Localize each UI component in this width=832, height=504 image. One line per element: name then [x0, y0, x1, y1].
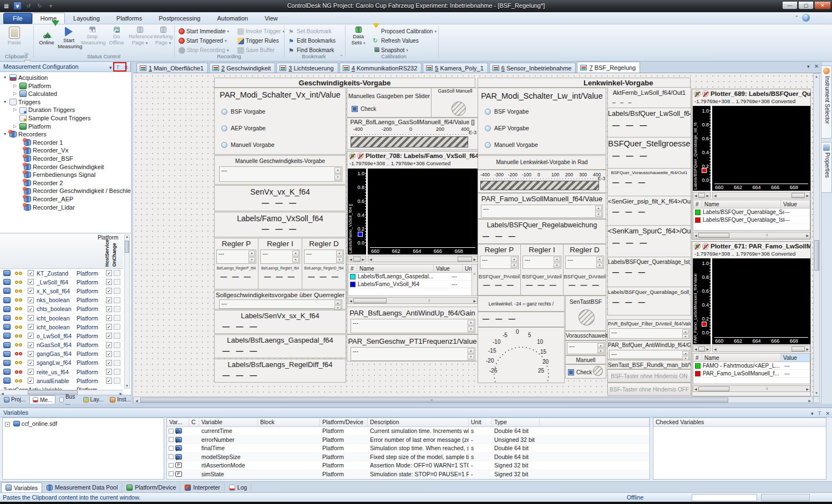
- tab-close-icon[interactable]: ✕: [814, 63, 819, 69]
- hostservice-checkbox[interactable]: ✓: [106, 342, 112, 348]
- row-checkbox[interactable]: [169, 463, 174, 468]
- ribbon-tab[interactable]: View: [256, 13, 286, 24]
- lenkwinkel-gauge[interactable]: 05-510-1015-1520-2025-25: [478, 327, 565, 383]
- tree-item[interactable]: Recorder Geschwindigkeit: [0, 163, 131, 171]
- plot-capture-off-icon[interactable]: [349, 152, 356, 159]
- tree-item[interactable]: Recorder 1: [0, 139, 131, 147]
- radio-icon[interactable]: [221, 109, 227, 115]
- variables-table-row[interactable]: P finalTime Platform Simulation stop tim…: [167, 444, 650, 453]
- tree-item[interactable]: ▷ Calculated: [0, 90, 131, 98]
- hostservice-checkbox[interactable]: ✓: [106, 378, 112, 384]
- variable-grid-row[interactable]: → ✓ nks_boolean Platform ✓: [0, 296, 123, 305]
- tree-expander-icon[interactable]: ▾: [2, 74, 8, 82]
- tree-item[interactable]: Fernbedienungs Signal: [0, 171, 131, 179]
- document-tab[interactable]: 2 Geschwindigkeit: [209, 63, 275, 73]
- variables-table[interactable]: Var... C Variable Block Platform/Device …: [166, 418, 650, 480]
- regler-input[interactable]: ---▲▼: [304, 250, 344, 264]
- radio-icon[interactable]: [221, 125, 227, 131]
- onchange-checkbox[interactable]: [114, 378, 120, 384]
- tree-item[interactable]: ▷ Platform: [0, 123, 131, 131]
- variable-grid-row[interactable]: → ✓ o_LwSoll_f64 Platform ✓: [0, 332, 123, 340]
- legend-vscrollbar[interactable]: ≡: [471, 264, 477, 296]
- legend-row[interactable]: Labels/BSFQuer_Querablage_Soll.. ---: [693, 208, 810, 216]
- hostservice-checkbox[interactable]: ✓: [106, 297, 112, 303]
- hostservice-checkbox[interactable]: ✓: [106, 270, 112, 276]
- active-checkbox[interactable]: ✓: [28, 333, 34, 339]
- onchange-checkbox[interactable]: [114, 288, 120, 294]
- variables-table-row[interactable]: P rtiAssertionMode Platform Assertion Mo…: [167, 461, 650, 470]
- tree-item[interactable]: Sample Count Triggers: [0, 114, 131, 123]
- manuell-check[interactable]: Check: [568, 369, 592, 375]
- maximize-button[interactable]: ▢: [798, 1, 814, 9]
- radio-icon[interactable]: [485, 109, 491, 115]
- bookmark-dialog-launcher-icon[interactable]: ⌄: [339, 52, 343, 57]
- hostservice-checkbox[interactable]: ✓: [106, 279, 112, 285]
- plot-trigger-off-icon[interactable]: [702, 90, 709, 97]
- bottom-tab[interactable]: Interpreter: [181, 482, 224, 492]
- measurement-configuration-header[interactable]: Measurement Configuration ▾ ⊤ ✕: [0, 62, 130, 72]
- antiwindup-input[interactable]: ---▲▼: [351, 319, 475, 333]
- radio-option[interactable]: Manuell Vorgabe: [221, 141, 275, 148]
- voraus-input[interactable]: ---▲▼: [567, 342, 605, 354]
- plotter-689[interactable]: Plotter_689: Labels/BSFQuer_Quera -1.797…: [692, 89, 811, 240]
- radio-option[interactable]: BSF Vorgabe: [485, 108, 529, 115]
- plot-area[interactable]: 660662664666668: [368, 169, 478, 254]
- legend-row[interactable]: Labels/BsfLaengs_Gaspedal... ---: [348, 273, 477, 281]
- regler-input[interactable]: ---▲▼: [216, 250, 256, 264]
- radio-icon[interactable]: [221, 142, 227, 148]
- onchange-checkbox[interactable]: [114, 279, 120, 285]
- variable-grid-row[interactable]: → ✓ icht_boolean Platform ✓: [0, 314, 123, 323]
- legend-row[interactable]: Labels/Famo_VxSoll_f64 ---: [348, 281, 477, 288]
- variable-grid-row[interactable]: → ✓ icht_boolean Platform ✓: [0, 323, 123, 332]
- help-icon[interactable]: ?: [802, 14, 810, 22]
- plot-y-axis[interactable]: Labels/BSFQuer_Querablage_Ist_f6 1.00.80…: [693, 106, 711, 191]
- go-offline-button[interactable]: C Go Offline: [105, 26, 128, 54]
- tree-item[interactable]: ▾ Recorders: [0, 130, 131, 139]
- legend-row[interactable]: Labels/BSFQuer_Querablage_Ist_f... ---: [693, 216, 810, 224]
- axis-scrollbar[interactable]: ◀▶: [693, 345, 711, 352]
- variables-table-header[interactable]: Var... C Variable Block Platform/Device …: [167, 418, 650, 427]
- trigger-rules-button[interactable]: Trigger Rules: [237, 37, 279, 45]
- variable-grid-row[interactable]: → ✓ nGasSoll_f64 Platform ✓: [0, 341, 123, 350]
- layout-canvas[interactable]: Geschwindigkeits-Vorgabe Lenkwinkel-Vorg…: [133, 73, 821, 403]
- sentastbsf-knob[interactable]: [579, 309, 595, 325]
- document-tab[interactable]: 1 Main_Oberfläche1: [136, 63, 208, 73]
- lw-slider-bar[interactable]: [480, 181, 599, 190]
- variable-grid-row[interactable]: → ✓ chts_boolean Platform ✓: [0, 305, 123, 314]
- document-tab[interactable]: 5 Kamera_Poly_1: [423, 63, 488, 73]
- ribbon-tab[interactable]: Platforms: [108, 13, 150, 24]
- checkbox-checked-icon[interactable]: [568, 369, 574, 375]
- data-sets-button[interactable]: Data Sets ▾: [347, 26, 369, 54]
- filter-danteil-input[interactable]: ---▲▼: [609, 328, 690, 339]
- sollgesch-input[interactable]: ---▲▼: [219, 299, 342, 309]
- man-gesch-input[interactable]: --- ▲▼: [219, 166, 342, 182]
- hostservice-checkbox[interactable]: ✓: [106, 315, 112, 321]
- tree-expander-icon[interactable]: ▾: [2, 130, 8, 139]
- close-button[interactable]: ✕: [814, 1, 831, 9]
- hostservice-checkbox[interactable]: ✓: [106, 324, 112, 330]
- onchange-checkbox[interactable]: [114, 270, 120, 276]
- bottom-tab[interactable]: Measurement Data Pool: [43, 482, 122, 492]
- radio-icon[interactable]: [485, 125, 491, 131]
- document-tab[interactable]: 3 Lichtsteuerung: [276, 63, 338, 73]
- edit-bookmarks-button[interactable]: ⚑Edit Bookmarks: [288, 37, 336, 45]
- left-panel-tab[interactable]: Proj...: [1, 395, 28, 404]
- ribbon-tab[interactable]: Layouting: [65, 13, 108, 24]
- onchange-checkbox[interactable]: [114, 369, 120, 375]
- proposed-calibration-button[interactable]: Proposed Calibration▾: [373, 27, 437, 35]
- value-column-selected[interactable]: Value: [781, 354, 810, 362]
- plotter-708[interactable]: Plotter_708: Labels/Famo_VxSoll_f64 -1.7…: [347, 151, 478, 307]
- spinner[interactable]: ▲▼: [334, 167, 341, 181]
- radio-option[interactable]: BSF Vorgabe: [221, 108, 265, 115]
- document-tab[interactable]: 7 BSF_Regelung: [577, 62, 640, 73]
- plot-trigger-off-icon[interactable]: [357, 152, 364, 159]
- grid-vertical-scrollbar[interactable]: ▲ ▼: [124, 235, 130, 389]
- famo-lwsoll-input[interactable]: ---▲▼: [481, 205, 603, 218]
- working-page-button[interactable]: Working Page ▾: [152, 26, 174, 54]
- onchange-checkbox[interactable]: [114, 324, 120, 330]
- row-checkbox[interactable]: [169, 429, 174, 434]
- row-checkbox[interactable]: [169, 446, 174, 451]
- plot-trigger-off-icon[interactable]: [702, 243, 709, 250]
- variables-table-row[interactable]: P errorNumber Platform Error number of l…: [167, 436, 650, 445]
- tree-expander-icon[interactable]: +: [5, 422, 10, 427]
